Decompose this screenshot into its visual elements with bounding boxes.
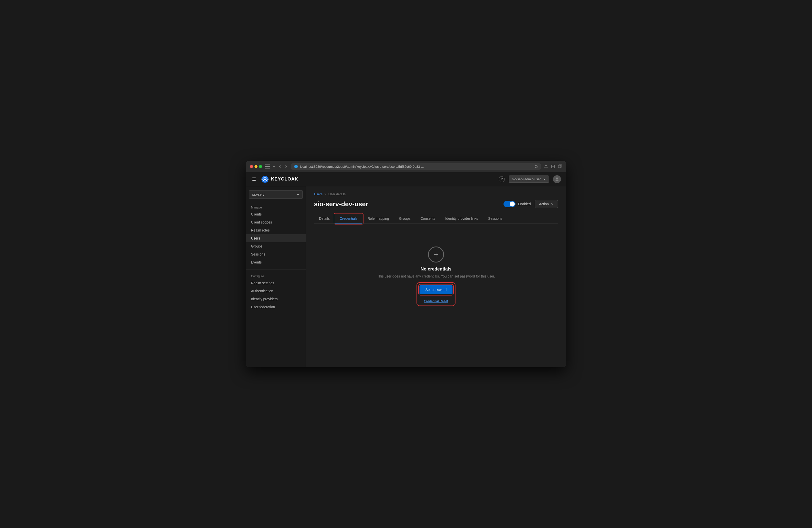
- user-avatar[interactable]: [553, 175, 561, 183]
- sidebar-item-client-scopes[interactable]: Client scopes: [246, 218, 306, 226]
- navbar-left: ☰ KEYCLOAK: [251, 175, 298, 183]
- sidebar-item-label: Sessions: [251, 252, 265, 256]
- add-credentials-icon[interactable]: +: [428, 247, 444, 263]
- enabled-switch[interactable]: [504, 201, 516, 207]
- sidebar-item-label: Groups: [251, 244, 262, 248]
- no-credentials-desc: This user does not have any credentials.…: [377, 274, 495, 278]
- page-header: sio-serv-dev-user Enabled Action: [314, 200, 558, 208]
- sidebar-divider: [246, 269, 306, 269]
- browser-actions: [544, 164, 562, 168]
- credentials-actions: Set password Credential Reset: [419, 284, 454, 304]
- sidebar: sio-serv Manage Clients Client scopes Re…: [246, 186, 306, 367]
- chevron-down-icon: [272, 164, 276, 168]
- credentials-empty-state: + No credentials This user does not have…: [314, 232, 558, 319]
- sidebar-item-label: Realm roles: [251, 228, 270, 232]
- page-title: sio-serv-dev-user: [314, 200, 368, 208]
- svg-text:🌐: 🌐: [294, 165, 298, 168]
- no-credentials-title: No credentials: [420, 266, 451, 272]
- dropdown-chevron-icon: [543, 178, 546, 181]
- sidebar-item-users[interactable]: Users: [246, 234, 306, 242]
- realm-selector[interactable]: sio-serv: [249, 190, 303, 199]
- user-label: sio-serv-admin-user: [512, 177, 541, 181]
- tab-details[interactable]: Details: [314, 214, 335, 223]
- traffic-lights: [250, 165, 262, 168]
- sidebar-item-authentication[interactable]: Authentication: [246, 287, 306, 295]
- action-label: Action: [539, 202, 549, 206]
- breadcrumb-current: User details: [329, 192, 346, 196]
- sidebar-item-label: Events: [251, 260, 262, 264]
- sidebar-toggle[interactable]: [265, 164, 270, 168]
- close-button[interactable]: [250, 165, 253, 168]
- tab-consents[interactable]: Consents: [416, 214, 440, 223]
- realm-label: sio-serv: [252, 192, 264, 196]
- sidebar-item-label: Identity providers: [251, 297, 278, 301]
- back-icon[interactable]: [278, 164, 282, 168]
- new-tab-icon[interactable]: [551, 164, 555, 168]
- refresh-icon[interactable]: [535, 165, 538, 168]
- windows-icon[interactable]: [558, 164, 562, 168]
- logo: KEYCLOAK: [261, 175, 298, 183]
- logo-text: KEYCLOAK: [271, 176, 298, 182]
- tab-identity-provider-links[interactable]: Identity provider links: [440, 214, 483, 223]
- sidebar-item-clients[interactable]: Clients: [246, 210, 306, 218]
- breadcrumb: Users > User details: [314, 192, 558, 196]
- action-button[interactable]: Action: [535, 200, 558, 208]
- sidebar-item-user-federation[interactable]: User federation: [246, 303, 306, 311]
- set-password-button[interactable]: Set password: [420, 285, 453, 294]
- tabs-container: Details Credentials Role mapping Groups …: [314, 214, 558, 223]
- tab-role-mapping[interactable]: Role mapping: [362, 214, 394, 223]
- minimize-button[interactable]: [255, 165, 258, 168]
- credential-reset-link[interactable]: Credential Reset: [424, 299, 448, 303]
- tab-credentials[interactable]: Credentials: [335, 214, 362, 223]
- tab-groups[interactable]: Groups: [394, 214, 416, 223]
- content-area: Users > User details sio-serv-dev-user E…: [306, 186, 566, 367]
- realm-chevron-icon: [296, 193, 300, 196]
- user-icon: [554, 177, 560, 182]
- breadcrumb-separator: >: [324, 192, 327, 196]
- action-chevron-icon: [551, 203, 554, 205]
- address-bar[interactable]: 🌐 localhost:8080/resources/2ebs0/admin/k…: [291, 163, 541, 170]
- sidebar-item-realm-settings[interactable]: Realm settings: [246, 279, 306, 287]
- sidebar-item-realm-roles[interactable]: Realm roles: [246, 226, 306, 234]
- enabled-label: Enabled: [518, 202, 531, 206]
- sidebar-item-label: Users: [251, 236, 260, 240]
- share-icon[interactable]: [544, 164, 548, 168]
- sidebar-item-events[interactable]: Events: [246, 258, 306, 266]
- help-button[interactable]: ?: [499, 176, 505, 182]
- sidebar-item-identity-providers[interactable]: Identity providers: [246, 295, 306, 303]
- svg-point-6: [264, 178, 266, 180]
- sidebar-item-label: Realm settings: [251, 281, 274, 285]
- sidebar-item-label: User federation: [251, 305, 275, 309]
- forward-icon[interactable]: [284, 164, 288, 168]
- top-navbar: ☰ KEYCLOAK ? sio-serv-admin-user: [246, 172, 566, 186]
- sidebar-item-sessions[interactable]: Sessions: [246, 250, 306, 258]
- tab-sessions[interactable]: Sessions: [483, 214, 508, 223]
- browser-controls: [265, 164, 288, 168]
- sidebar-item-label: Authentication: [251, 289, 273, 293]
- configure-section-header: Configure: [246, 273, 306, 279]
- url-text: localhost:8080/resources/2ebs0/admin/key…: [300, 165, 533, 168]
- sidebar-item-label: Clients: [251, 212, 262, 216]
- sidebar-item-groups[interactable]: Groups: [246, 242, 306, 250]
- navbar-right: ? sio-serv-admin-user: [499, 175, 561, 183]
- maximize-button[interactable]: [259, 165, 262, 168]
- browser-chrome: 🌐 localhost:8080/resources/2ebs0/admin/k…: [246, 161, 566, 172]
- hamburger-menu[interactable]: ☰: [251, 176, 257, 183]
- breadcrumb-parent[interactable]: Users: [314, 192, 322, 196]
- svg-point-7: [556, 177, 558, 179]
- svg-rect-3: [558, 165, 561, 168]
- header-actions: Enabled Action: [504, 200, 558, 208]
- manage-section-header: Manage: [246, 204, 306, 210]
- keycloak-logo-icon: [261, 175, 269, 183]
- sidebar-item-label: Client scopes: [251, 220, 272, 224]
- user-menu[interactable]: sio-serv-admin-user: [509, 176, 549, 183]
- enabled-toggle[interactable]: Enabled: [504, 201, 531, 207]
- lock-icon: 🌐: [294, 164, 298, 168]
